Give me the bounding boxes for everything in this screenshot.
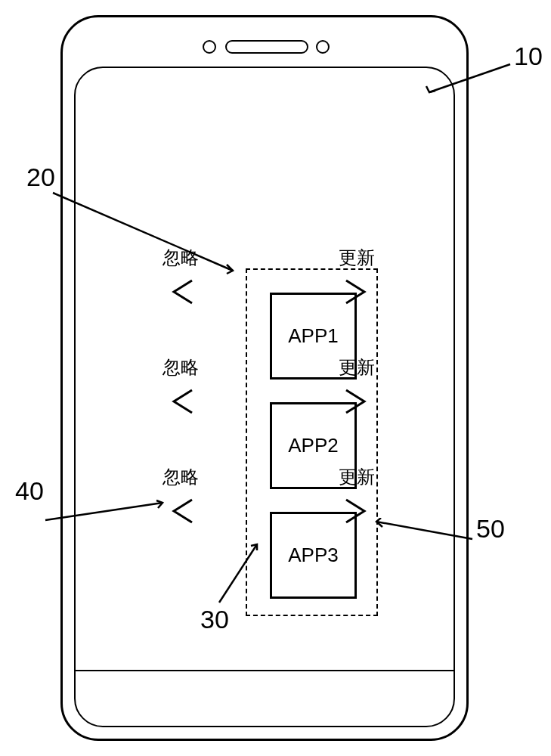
phone-body: APP1 APP2 APP3 忽略 忽略 忽略 bbox=[60, 15, 469, 741]
chevron-right-icon[interactable] bbox=[340, 276, 372, 308]
nav-bar-divider bbox=[76, 670, 453, 672]
callout-30: 30 bbox=[200, 605, 229, 634]
callout-20: 20 bbox=[26, 163, 55, 192]
chevron-left-icon[interactable] bbox=[166, 276, 198, 308]
svg-line-2 bbox=[45, 503, 163, 520]
app-label: APP3 bbox=[288, 544, 339, 567]
svg-line-3 bbox=[219, 544, 257, 603]
svg-line-4 bbox=[376, 522, 472, 539]
callout-40: 40 bbox=[15, 476, 44, 506]
svg-line-0 bbox=[429, 64, 510, 92]
chevron-right-icon[interactable] bbox=[340, 495, 372, 527]
diagram-canvas: APP1 APP2 APP3 忽略 忽略 忽略 bbox=[0, 0, 551, 756]
ignore-label-3: 忽略 bbox=[163, 465, 199, 489]
leader-line-10 bbox=[423, 60, 522, 98]
chevron-left-icon[interactable] bbox=[166, 386, 198, 417]
leader-line-50 bbox=[370, 518, 484, 548]
update-label-2: 更新 bbox=[339, 355, 375, 380]
app-label: APP1 bbox=[288, 324, 339, 348]
speaker-grille bbox=[225, 40, 308, 54]
ignore-label-2: 忽略 bbox=[163, 355, 199, 380]
front-sensor-right bbox=[316, 40, 330, 54]
leader-line-20 bbox=[45, 189, 242, 280]
screen-outline: APP1 APP2 APP3 忽略 忽略 忽略 bbox=[74, 67, 455, 727]
app-label: APP2 bbox=[288, 434, 339, 457]
update-label-1: 更新 bbox=[339, 246, 375, 270]
leader-line-40 bbox=[42, 499, 170, 529]
chevron-left-icon[interactable] bbox=[166, 495, 198, 527]
chevron-right-icon[interactable] bbox=[340, 386, 372, 417]
update-label-3: 更新 bbox=[339, 465, 375, 489]
leader-line-30 bbox=[212, 538, 272, 606]
front-sensor-left bbox=[203, 40, 216, 54]
svg-line-1 bbox=[53, 193, 233, 271]
